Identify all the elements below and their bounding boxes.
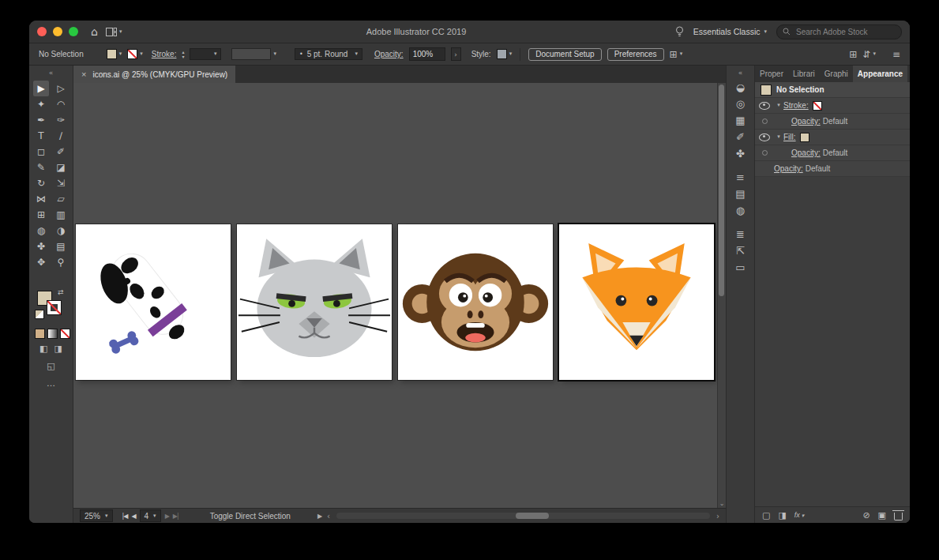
- appearance-panel-icon[interactable]: ≣: [731, 226, 751, 242]
- gradient-button[interactable]: [47, 329, 58, 339]
- brushes-icon[interactable]: ✐: [731, 129, 751, 145]
- lightbulb-icon[interactable]: [675, 26, 684, 38]
- appearance-row-fill[interactable]: ▾ Fill:: [755, 130, 910, 145]
- color-panel-icon[interactable]: ◒: [731, 79, 751, 96]
- workspace-switcher[interactable]: Essentials Classic ▾: [693, 27, 767, 36]
- tab-graphic-styles[interactable]: Graphi: [820, 66, 853, 82]
- stroke-attribute-link[interactable]: Stroke:: [783, 101, 809, 110]
- panel-options-control[interactable]: ⊞ ▾: [670, 49, 683, 60]
- opacity-chevron-button[interactable]: ›: [451, 47, 461, 61]
- fill-swatch[interactable]: [107, 49, 117, 59]
- gradient-tool[interactable]: ▥: [53, 207, 69, 223]
- arrange-documents-icon[interactable]: ⇵: [862, 49, 870, 60]
- symbol-sprayer-tool[interactable]: ✤: [33, 239, 49, 254]
- column-graph-tool[interactable]: ▤: [53, 239, 69, 254]
- screen-mode-icon[interactable]: ◱: [29, 361, 73, 371]
- line-segment-tool[interactable]: ∕: [53, 128, 69, 144]
- status-menu-icon[interactable]: ▶: [317, 513, 322, 520]
- add-new-stroke-icon[interactable]: ▢: [762, 510, 770, 521]
- style-dropdown[interactable]: ▾: [497, 49, 513, 59]
- paintbrush-tool[interactable]: ✐: [53, 144, 69, 160]
- arrange-documents-control[interactable]: ⇵ ▾: [862, 49, 876, 60]
- control-menu-icon[interactable]: ≡: [892, 49, 900, 60]
- close-tab-icon[interactable]: ×: [81, 70, 86, 79]
- align-icon[interactable]: ⊞: [670, 49, 678, 60]
- stroke-color-control[interactable]: ▾: [127, 49, 143, 59]
- add-effect-control[interactable]: fx ▾: [794, 511, 805, 519]
- search-box[interactable]: [776, 24, 902, 39]
- transparency-panel-icon[interactable]: ◍: [731, 202, 751, 219]
- close-window-button[interactable]: [37, 27, 47, 36]
- brush-definition-dropdown[interactable]: • 5 pt. Round ▾: [295, 48, 362, 60]
- swatches-icon[interactable]: ▦: [731, 112, 751, 129]
- width-tool[interactable]: ⋈: [33, 191, 49, 207]
- edit-toolbar-ellipsis-icon[interactable]: …: [29, 378, 73, 389]
- appearance-row-stroke-opacity[interactable]: Opacity: Default: [755, 114, 910, 130]
- fill-visibility-eye-icon[interactable]: [759, 133, 770, 141]
- appearance-row-fill-opacity[interactable]: Opacity: Default: [755, 145, 910, 161]
- opacity-field[interactable]: 100%: [409, 47, 445, 61]
- style-swatch[interactable]: [497, 49, 507, 59]
- symbols-icon[interactable]: ✤: [731, 145, 751, 162]
- stroke-visibility-eye-icon[interactable]: [759, 102, 770, 110]
- dim-visibility-icon[interactable]: [762, 150, 768, 156]
- artboards-panel-icon[interactable]: ▭: [731, 259, 751, 276]
- panel-menu-icon[interactable]: ≡: [907, 66, 910, 82]
- stroke-proxy-swatch[interactable]: [47, 300, 62, 315]
- first-artboard-icon[interactable]: |◀: [122, 513, 128, 520]
- default-fill-stroke-icon[interactable]: [35, 310, 44, 319]
- shape-builder-tool[interactable]: ⊞: [33, 207, 49, 223]
- pencil-tool[interactable]: ✎: [33, 160, 49, 175]
- direct-selection-tool[interactable]: ▷: [53, 81, 69, 96]
- magic-wand-tool[interactable]: ✦: [33, 96, 49, 112]
- expand-chevron-icon[interactable]: ▾: [774, 134, 783, 140]
- brush-preview-dropdown[interactable]: ▾: [231, 48, 276, 60]
- vertical-scroll-thumb[interactable]: [719, 85, 724, 296]
- stroke-none-swatch[interactable]: [813, 101, 822, 111]
- rectangle-tool[interactable]: ◻: [33, 144, 49, 160]
- blend-tool[interactable]: ◑: [53, 223, 69, 239]
- duplicate-item-icon[interactable]: ▣: [878, 510, 886, 521]
- export-panel-icon[interactable]: ⇱: [731, 242, 751, 259]
- opacity-panel-link[interactable]: Opacity:: [374, 50, 404, 58]
- home-icon[interactable]: ⌂: [91, 26, 98, 37]
- color-guide-icon[interactable]: ◎: [731, 96, 751, 112]
- lasso-tool[interactable]: ◠: [53, 96, 69, 112]
- tab-properties[interactable]: Proper: [755, 66, 788, 82]
- fill-stroke-proxy[interactable]: ⇄: [37, 291, 67, 321]
- type-tool[interactable]: T: [33, 128, 49, 144]
- gradient-panel-icon[interactable]: ▤: [731, 186, 751, 202]
- mesh-tool[interactable]: ◍: [33, 223, 49, 239]
- add-new-fill-icon[interactable]: ◨: [778, 510, 786, 521]
- view-options-icon[interactable]: ⊞: [849, 49, 857, 60]
- canvas[interactable]: ⌄: [73, 83, 726, 508]
- none-button[interactable]: [60, 329, 70, 339]
- horizontal-scroll-thumb[interactable]: [516, 513, 549, 519]
- fill-attribute-link[interactable]: Fill:: [783, 133, 796, 141]
- stroke-panel-icon[interactable]: ≡: [731, 169, 751, 186]
- zoom-tool[interactable]: ⚲: [53, 254, 69, 270]
- selection-tool[interactable]: ▶: [33, 81, 49, 96]
- scroll-down-icon[interactable]: ⌄: [718, 500, 726, 507]
- color-button[interactable]: [35, 329, 45, 339]
- minimize-window-button[interactable]: [53, 27, 62, 36]
- stroke-panel-link[interactable]: Stroke:: [152, 50, 177, 58]
- dim-visibility-icon[interactable]: [762, 118, 768, 124]
- previous-artboard-icon[interactable]: ◀: [131, 513, 135, 520]
- stroke-width-stepper[interactable]: ▴ ▾: [182, 50, 184, 58]
- preferences-button[interactable]: Preferences: [607, 48, 664, 61]
- stepper-down-icon[interactable]: ▾: [182, 54, 184, 58]
- appearance-row-object-opacity[interactable]: Opacity: Default: [755, 161, 910, 177]
- delete-item-icon[interactable]: [894, 513, 903, 521]
- fill-opacity-link[interactable]: Opacity:: [791, 148, 821, 157]
- pen-tool[interactable]: ✒: [33, 112, 49, 128]
- free-transform-tool[interactable]: ▱: [53, 191, 69, 207]
- vertical-scrollbar[interactable]: ⌄: [717, 83, 726, 508]
- hand-tool[interactable]: ✥: [33, 254, 49, 270]
- curvature-tool[interactable]: ✑: [53, 112, 69, 128]
- stroke-none-swatch[interactable]: [127, 49, 137, 59]
- swap-fill-stroke-icon[interactable]: ⇄: [58, 288, 64, 296]
- scale-tool[interactable]: ⇲: [53, 175, 69, 191]
- collapse-tools-chevron-icon[interactable]: «: [29, 66, 73, 77]
- object-opacity-link[interactable]: Opacity:: [774, 164, 803, 173]
